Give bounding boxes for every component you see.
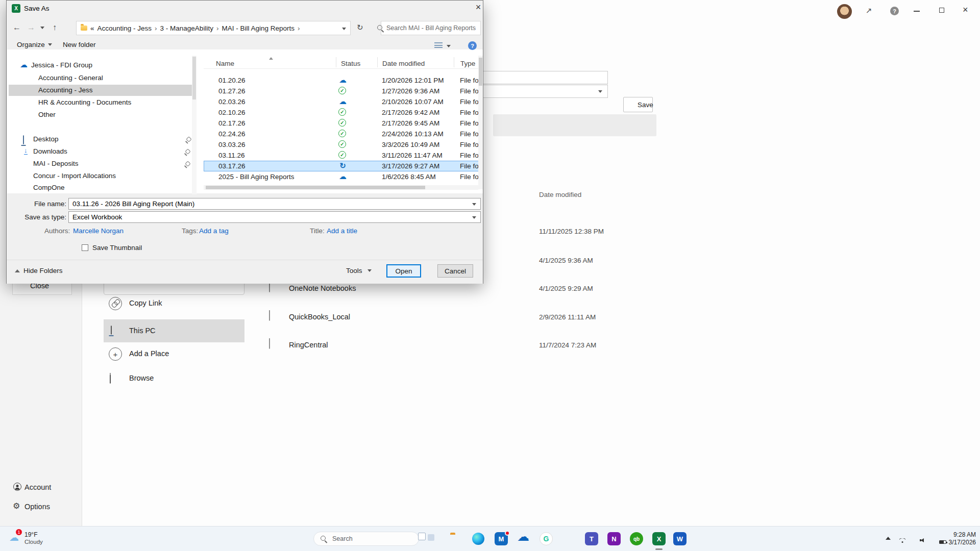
- backstage-save-button[interactable]: Save: [623, 97, 653, 112]
- up-button[interactable]: ↑: [53, 23, 57, 32]
- word-icon[interactable]: W: [673, 532, 687, 545]
- help-button[interactable]: ?: [468, 41, 477, 50]
- place-item-browse[interactable]: Browse: [104, 368, 244, 389]
- hidden-icons-chevron-icon[interactable]: [886, 537, 891, 540]
- authors-value[interactable]: Marcelle Norgan: [73, 227, 124, 235]
- tags-add-link[interactable]: Add a tag: [199, 227, 229, 235]
- tree-item-folder[interactable]: HR & Accounting - Documents: [9, 97, 197, 108]
- recent-date-header[interactable]: Date modified: [539, 191, 581, 198]
- open-button[interactable]: Open: [386, 264, 421, 278]
- window-close-button[interactable]: ×: [963, 5, 968, 15]
- organize-menu[interactable]: Organize: [17, 41, 52, 48]
- gear-icon: ⚙: [13, 501, 20, 511]
- place-item-copy-link[interactable]: Copy Link: [104, 293, 244, 314]
- tree-item-folder-selected[interactable]: Accounting - Jess: [9, 85, 197, 96]
- recent-locations-chevron-icon[interactable]: [40, 27, 44, 29]
- save-thumbnail-checkbox[interactable]: [82, 244, 88, 251]
- list-horizontal-scrollbar[interactable]: [204, 185, 478, 190]
- recent-row[interactable]: RingCentral 11/7/2024 7:23 AM: [262, 335, 656, 356]
- file-row[interactable]: 01.27.26 1/27/2026 9:36 AM File fold: [204, 86, 483, 96]
- column-divider[interactable]: [454, 57, 454, 67]
- file-row[interactable]: 01.20.26 1/20/2026 12:01 PM File fold: [204, 75, 483, 86]
- back-button[interactable]: ←: [13, 23, 21, 32]
- new-folder-button[interactable]: New folder: [63, 41, 96, 48]
- file-row[interactable]: 02.24.26 2/24/2026 10:13 AM File fold: [204, 129, 483, 139]
- minimize-button[interactable]: [914, 11, 920, 12]
- share-icon[interactable]: ↗: [866, 6, 872, 15]
- recent-row[interactable]: QuickBooks_Local 2/9/2026 11:11 AM: [262, 307, 656, 328]
- breadcrumb-item[interactable]: Accounting - Jess: [97, 24, 152, 32]
- chevron-down-icon[interactable]: [472, 216, 476, 219]
- file-row[interactable]: 02.10.26 2/17/2026 9:42 AM File fold: [204, 107, 483, 118]
- breadcrumb-collapsed[interactable]: «: [90, 24, 94, 32]
- column-header-date-modified[interactable]: Date modified: [382, 60, 425, 67]
- refresh-button[interactable]: ↻: [357, 23, 363, 32]
- tools-menu[interactable]: Tools: [346, 267, 372, 274]
- tree-item-folder[interactable]: Accounting - General: [9, 72, 197, 84]
- onenote-icon[interactable]: N: [607, 532, 621, 545]
- search-icon[interactable]: [377, 25, 384, 32]
- place-item-add-a-place[interactable]: + Add a Place: [104, 344, 244, 364]
- backstage-account-item[interactable]: Account: [10, 481, 77, 494]
- quickbooks-icon[interactable]: qb: [630, 532, 643, 545]
- tree-item-folder[interactable]: Concur - Import Allocations: [9, 170, 197, 182]
- volume-icon[interactable]: [920, 538, 926, 543]
- this-pc-icon: [111, 325, 112, 335]
- file-row[interactable]: 03.11.26 3/11/2026 11:47 AM File fold: [204, 150, 483, 161]
- help-icon[interactable]: ?: [890, 7, 899, 15]
- backstage-options-item[interactable]: ⚙ Options: [10, 500, 77, 513]
- save-thumbnail-label[interactable]: Save Thumbnail: [92, 244, 142, 252]
- cancel-button[interactable]: Cancel: [437, 264, 473, 278]
- tree-scrollbar-thumb[interactable]: [192, 57, 196, 99]
- place-item-this-pc[interactable]: This PC: [104, 319, 244, 342]
- file-row[interactable]: 03.03.26 3/3/2026 10:49 AM File fold: [204, 139, 483, 150]
- views-icon[interactable]: [434, 42, 443, 49]
- tree-item-folder[interactable]: Other: [9, 109, 197, 120]
- tree-item-folder[interactable]: MAI - Deposits: [9, 158, 197, 169]
- file-row[interactable]: 2025 - Bill Aging Reports 1/6/2026 8:45 …: [204, 171, 483, 182]
- wifi-icon[interactable]: [899, 538, 905, 543]
- tree-item-folder[interactable]: CompOne: [9, 182, 197, 193]
- tree-item-desktop[interactable]: Desktop: [9, 134, 197, 145]
- profile-avatar[interactable]: [837, 4, 852, 19]
- column-divider[interactable]: [336, 57, 336, 67]
- file-row[interactable]: 02.17.26 2/17/2026 9:45 AM File fold: [204, 118, 483, 129]
- excel-icon[interactable]: X: [652, 532, 666, 545]
- hide-folders-button[interactable]: Hide Folders: [23, 267, 63, 274]
- recent-date: 4/1/2025 9:36 AM: [539, 257, 593, 264]
- tree-item-onedrive-root[interactable]: ☁ Jessica - FDI Group: [9, 60, 197, 71]
- teams-icon[interactable]: T: [585, 532, 598, 545]
- onedrive-icon[interactable]: ☁: [517, 530, 529, 544]
- taskbar-search-box[interactable]: Search: [313, 532, 419, 546]
- column-header-status[interactable]: Status: [341, 60, 360, 67]
- grammarly-icon[interactable]: G: [540, 532, 553, 545]
- tree-scrollbar[interactable]: [192, 56, 197, 194]
- weather-widget[interactable]: ☁ 1 19°F Cloudy: [5, 527, 66, 551]
- weather-condition: Cloudy: [24, 539, 43, 545]
- file-name-input[interactable]: 03.11.26 - 2026 Bill Aging Report (Main): [68, 198, 481, 210]
- save-as-type-select[interactable]: Excel Workbook: [68, 211, 481, 223]
- edge-icon[interactable]: [472, 533, 484, 545]
- breadcrumb-chevron-icon[interactable]: [342, 28, 346, 30]
- restore-button[interactable]: [939, 8, 944, 13]
- list-vertical-scrollbar[interactable]: [478, 56, 483, 189]
- forward-button[interactable]: →: [27, 23, 35, 32]
- chevron-down-icon[interactable]: [472, 203, 476, 206]
- row-date: 3/11/2026 11:47 AM: [382, 152, 443, 159]
- title-add-link[interactable]: Add a title: [327, 227, 357, 235]
- taskbar-clock[interactable]: 9:28 AM 3/17/2026: [938, 531, 976, 546]
- search-box[interactable]: Search MAI - Bill Aging Reports: [381, 21, 481, 35]
- file-row[interactable]: 02.03.26 2/10/2026 10:07 AM File fold: [204, 96, 483, 107]
- file-row-selected[interactable]: 03.17.26 3/17/2026 9:27 AM File fold: [204, 161, 483, 171]
- views-chevron-icon[interactable]: [447, 45, 451, 47]
- list-vertical-scrollbar-thumb[interactable]: [479, 58, 482, 86]
- dialog-close-button[interactable]: ×: [472, 2, 484, 14]
- column-header-name[interactable]: Name: [216, 60, 234, 67]
- column-divider[interactable]: [377, 57, 378, 67]
- tree-item-downloads[interactable]: ↓ Downloads: [9, 146, 197, 157]
- list-horizontal-scrollbar-thumb[interactable]: [206, 186, 425, 189]
- breadcrumb-item[interactable]: MAI - Bill Aging Reports: [222, 24, 295, 32]
- breadcrumb[interactable]: « Accounting - Jess › 3 - ManageAbility …: [76, 21, 351, 35]
- breadcrumb-item[interactable]: 3 - ManageAbility: [160, 24, 213, 32]
- column-header-type[interactable]: Type: [460, 60, 475, 67]
